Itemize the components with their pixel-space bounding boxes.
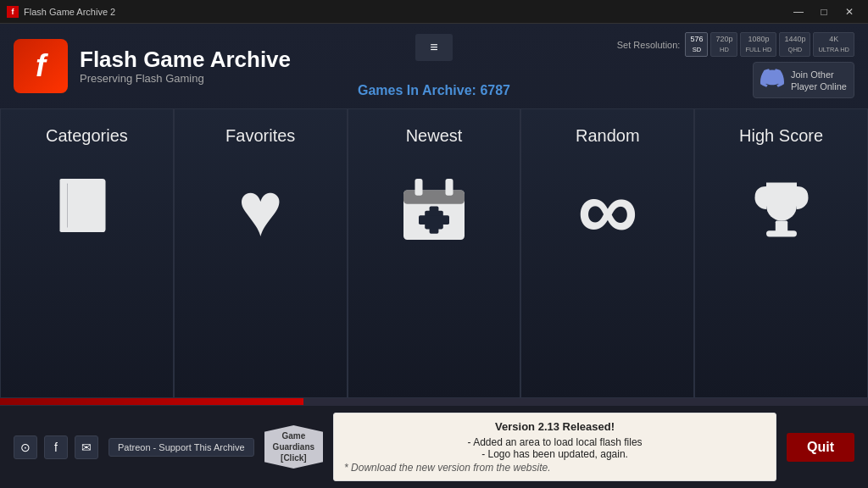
news-item-1: - Added an area to load local flash file… xyxy=(344,436,765,448)
svg-rect-2 xyxy=(60,179,68,232)
res-576[interactable]: 576SD xyxy=(685,32,708,57)
svg-rect-6 xyxy=(445,179,453,196)
nav-card-high-score-title: High Score xyxy=(739,126,823,146)
nav-card-random-title: Random xyxy=(576,126,640,146)
nav-card-newest[interactable]: Newest xyxy=(348,108,521,398)
trophy-icon xyxy=(743,171,820,247)
svg-rect-0 xyxy=(64,179,106,232)
nav-card-categories[interactable]: Categories xyxy=(0,108,174,398)
resolution-bar: Set Resolution: 576SD 720pHD 1080pFULL H… xyxy=(617,32,854,57)
progress-bar-fill xyxy=(0,398,303,405)
header: f Flash Game Archive Preserving Flash Ga… xyxy=(0,24,868,108)
res-720[interactable]: 720pHD xyxy=(710,32,737,57)
res-1440[interactable]: 1440pQHD xyxy=(779,32,810,57)
news-item-2: - Logo has been updated, again. xyxy=(344,448,765,460)
svg-rect-9 xyxy=(419,215,449,225)
game-guardians-line2: Guardians xyxy=(273,441,314,452)
nav-card-categories-title: Categories xyxy=(46,126,128,146)
nav-grid: Categories Favorites ♥ Newest xyxy=(0,108,868,398)
infinity-icon: ∞ xyxy=(577,171,637,247)
footer: ⊙ f ✉ Patreon - Support This Archive Gam… xyxy=(0,405,868,488)
svg-rect-5 xyxy=(415,179,422,196)
book-icon xyxy=(48,171,125,247)
discord-text: Join OtherPlayer Online xyxy=(791,69,847,93)
app-subtitle: Preserving Flash Gaming xyxy=(80,72,291,85)
nav-card-favorites[interactable]: Favorites ♥ xyxy=(174,108,348,398)
news-box: Version 2.13 Released! - Added an area t… xyxy=(333,413,776,481)
patreon-button[interactable]: Patreon - Support This Archive xyxy=(108,438,254,457)
hamburger-area: ≡ xyxy=(415,34,453,61)
app-icon: f xyxy=(7,6,19,18)
games-count-label: Games In Archive: xyxy=(358,83,476,97)
app-title: Flash Game Archive xyxy=(80,47,291,72)
res-1080[interactable]: 1080pFULL HD xyxy=(740,32,776,57)
heart-icon: ♥ xyxy=(237,171,282,247)
game-guardians-button[interactable]: Game Guardians [Click] xyxy=(264,425,323,469)
header-title: Flash Game Archive Preserving Flash Gami… xyxy=(80,47,291,85)
news-download: * Download the new version from the webs… xyxy=(344,462,765,474)
discord-icon xyxy=(760,66,784,94)
top-right: Set Resolution: 576SD 720pHD 1080pFULL H… xyxy=(617,32,854,98)
title-bar: f Flash Game Archive 2 — □ ✕ xyxy=(0,0,868,24)
progress-bar xyxy=(0,398,868,405)
nav-card-favorites-title: Favorites xyxy=(225,126,295,146)
discord-area[interactable]: Join OtherPlayer Online xyxy=(753,62,854,98)
games-count: Games In Archive: 6787 xyxy=(358,83,510,98)
svg-rect-10 xyxy=(775,221,787,233)
hamburger-button[interactable]: ≡ xyxy=(415,34,453,61)
quit-button[interactable]: Quit xyxy=(787,433,854,462)
home-icon-button[interactable]: ⊙ xyxy=(14,435,37,459)
res-4k[interactable]: 4KULTRA HD xyxy=(813,32,854,57)
nav-card-newest-title: Newest xyxy=(406,126,463,146)
main-app: f Flash Game Archive Preserving Flash Ga… xyxy=(0,24,868,488)
email-icon-button[interactable]: ✉ xyxy=(75,435,98,459)
svg-rect-4 xyxy=(403,191,465,204)
calendar-icon xyxy=(396,171,472,247)
game-guardians-line1: Game xyxy=(281,430,305,441)
close-button[interactable]: ✕ xyxy=(837,3,861,21)
facebook-icon-button[interactable]: f xyxy=(44,435,68,459)
svg-rect-11 xyxy=(766,230,797,236)
game-guardians-line3: [Click] xyxy=(281,452,307,463)
window-controls: — □ ✕ xyxy=(787,3,861,21)
nav-card-high-score[interactable]: High Score xyxy=(694,108,868,398)
title-bar-left: f Flash Game Archive 2 xyxy=(7,6,115,18)
minimize-button[interactable]: — xyxy=(787,3,810,21)
news-title: Version 2.13 Released! xyxy=(344,420,765,433)
footer-icons: ⊙ f ✉ xyxy=(14,435,98,459)
maximize-button[interactable]: □ xyxy=(812,3,836,21)
games-count-value: 6787 xyxy=(480,83,510,97)
nav-card-random[interactable]: Random ∞ xyxy=(520,108,694,398)
resolution-options: 576SD 720pHD 1080pFULL HD 1440pQHD 4KULT… xyxy=(685,32,854,57)
flash-logo: f xyxy=(14,39,68,93)
app-title-bar: Flash Game Archive 2 xyxy=(24,7,115,17)
resolution-label: Set Resolution: xyxy=(617,40,681,50)
